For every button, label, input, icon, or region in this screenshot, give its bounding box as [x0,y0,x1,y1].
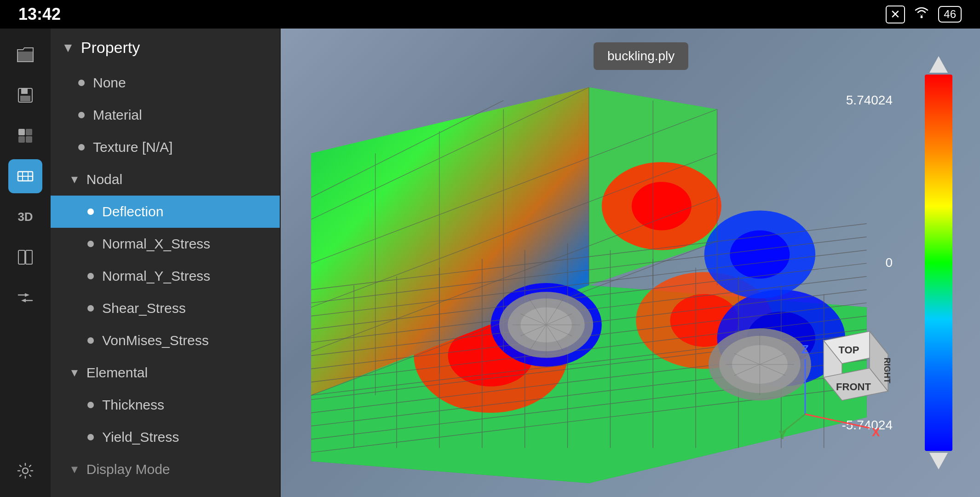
nav-cube-svg: Z X Y TOP FRONT RIGHT [778,322,897,442]
yield-label: Yield_Stress [102,429,179,445]
nav-cube[interactable]: Z X Y TOP FRONT RIGHT [778,322,897,442]
display-mode-header[interactable]: ▼ Display Mode [51,453,280,485]
none-item[interactable]: None [51,67,280,99]
split-button[interactable] [8,240,42,274]
shear-item[interactable]: Shear_Stress [51,292,280,324]
deflection-item[interactable]: Deflection [51,196,280,228]
svg-text:X: X [872,425,880,439]
settings-button[interactable] [8,454,42,488]
svg-rect-4 [18,129,25,135]
texture-label: Texture [N/A] [93,139,173,155]
display-mode-label: Display Mode [86,462,170,477]
property-panel: ▼ Property None Material Texture [N/A] ▼… [51,29,281,497]
svg-rect-2 [21,88,28,94]
svg-text:FRONT: FRONT [836,381,871,393]
battery-icon: 46 [938,6,962,23]
svg-marker-17 [21,299,26,302]
material-item[interactable]: Material [51,99,280,131]
none-bullet [78,80,85,86]
normal-x-label: Normal_X_Stress [102,236,210,252]
thickness-label: Thickness [102,397,164,413]
icon-sidebar: 3D [0,29,51,497]
scale-arrow-top [929,56,948,73]
svg-rect-3 [20,96,30,101]
deflection-label: Deflection [102,204,163,220]
svg-point-0 [921,16,923,18]
svg-point-36 [730,230,790,278]
texture-item[interactable]: Texture [N/A] [51,131,280,163]
nodal-chevron: ▼ [69,173,80,186]
property-label: Property [81,39,140,57]
yield-item[interactable]: Yield_Stress [51,421,280,453]
wifi-icon [913,6,930,23]
svg-rect-5 [26,129,32,135]
color-scale: 5.74024 0 -5.74024 [920,56,957,469]
texture-bullet [78,144,85,150]
svg-text:TOP: TOP [839,344,859,356]
svg-marker-15 [25,293,29,297]
folder-button[interactable] [8,38,42,72]
align-button[interactable] [8,281,42,315]
normal-x-item[interactable]: Normal_X_Stress [51,228,280,260]
normal-y-item[interactable]: Normal_Y_Stress [51,260,280,292]
display-mode-chevron: ▼ [69,463,80,476]
svg-text:Z: Z [801,342,809,356]
vonmises-bullet [87,337,94,344]
close-icon: ✕ [886,6,905,23]
deflection-bullet [87,208,94,215]
status-icons: ✕ 46 [886,6,962,23]
svg-point-18 [23,468,28,474]
none-label: None [93,75,126,91]
elemental-header[interactable]: ▼ Elemental [51,357,280,389]
svg-rect-12 [18,250,25,264]
status-time: 13:42 [18,5,61,24]
material-bullet [78,112,85,118]
property-chevron: ▼ [62,40,75,55]
vonmises-label: VonMises_Stress [102,333,209,348]
property-header[interactable]: ▼ Property [51,29,280,67]
scale-mid-label: 0 [885,255,893,270]
3d-button[interactable]: 3D [8,200,42,234]
vonmises-item[interactable]: VonMises_Stress [51,324,280,357]
normal-y-label: Normal_Y_Stress [102,268,210,284]
mesh-button[interactable] [8,159,42,193]
svg-line-92 [805,414,870,428]
material-label: Material [93,107,142,123]
thickness-item[interactable]: Thickness [51,389,280,421]
svg-rect-6 [18,136,25,143]
scale-bar [925,75,952,451]
grid-button[interactable] [8,119,42,153]
viewport[interactable]: buckling.ply [281,29,980,497]
elemental-chevron: ▼ [69,366,80,379]
elemental-label: Elemental [86,365,148,381]
normal-y-bullet [87,273,94,279]
property-section: ▼ Property None Material Texture [N/A] ▼… [51,29,280,485]
status-bar: 13:42 ✕ 46 [0,0,980,29]
thickness-bullet [87,402,94,408]
svg-rect-7 [26,136,32,143]
scale-arrow-bottom [929,453,948,469]
normal-x-bullet [87,241,94,247]
yield-bullet [87,434,94,440]
nodal-label: Nodal [86,172,122,187]
svg-text:Y: Y [778,428,786,442]
svg-rect-13 [26,250,32,264]
scale-max-label: 5.74024 [846,93,893,108]
svg-text:RIGHT: RIGHT [882,358,892,383]
svg-point-30 [632,182,692,230]
nodal-header[interactable]: ▼ Nodal [51,163,280,196]
save-button[interactable] [8,78,42,112]
shear-bullet [87,305,94,312]
shear-label: Shear_Stress [102,301,186,316]
